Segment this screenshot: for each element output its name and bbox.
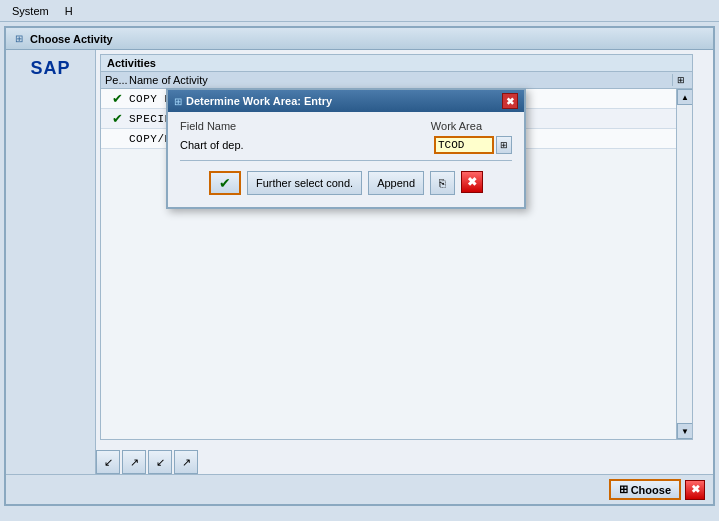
scroll-down-btn[interactable]: ▼ xyxy=(677,423,692,439)
further-select-label: Further select cond. xyxy=(256,177,353,189)
status-empty-icon: ✔ xyxy=(105,131,129,146)
choose-icon: ⊞ xyxy=(619,483,628,496)
col-header-name: Name of Activity xyxy=(129,74,672,86)
toolbar-btn-4[interactable]: ↗ xyxy=(174,450,198,474)
icon-row: ↙ ↗ ↙ ↗ xyxy=(96,450,693,474)
window-title-text: Choose Activity xyxy=(30,33,113,45)
activities-header: Activities xyxy=(101,55,692,72)
toolbar-btn-2[interactable]: ↗ xyxy=(122,450,146,474)
menu-system[interactable]: System xyxy=(4,3,57,19)
dialog-overlay: ⊞ Determine Work Area: Entry ✖ Field Nam… xyxy=(166,88,526,209)
col-header-work-area: Work Area xyxy=(431,120,482,132)
choose-button[interactable]: ⊞ Choose xyxy=(609,479,681,500)
dialog-append-button[interactable]: Append xyxy=(368,171,424,195)
status-check-icon: ✔ xyxy=(105,111,129,126)
col-header-status: Pe... xyxy=(105,74,129,86)
dialog-content: Field Name Work Area Chart of dep. ⊞ ✔ F… xyxy=(168,112,524,207)
dialog-title-bar: ⊞ Determine Work Area: Entry ✖ xyxy=(168,90,524,112)
choose-bar: ⊞ Choose ✖ xyxy=(6,474,713,504)
dialog-title-text: Determine Work Area: Entry xyxy=(186,95,332,107)
dialog-confirm-button[interactable]: ✔ xyxy=(209,171,241,195)
toolbar-btn-3[interactable]: ↙ xyxy=(148,450,172,474)
menu-bar: System H xyxy=(0,0,719,22)
copy-icon: ⎘ xyxy=(439,177,446,189)
col-header-field-name: Field Name xyxy=(180,120,236,132)
dialog-separator xyxy=(180,160,512,161)
status-check-icon: ✔ xyxy=(105,91,129,106)
dialog-close-button[interactable]: ✖ xyxy=(502,93,518,109)
append-label: Append xyxy=(377,177,415,189)
cancel-icon: ✖ xyxy=(467,175,477,189)
window-title-icon: ⊞ xyxy=(12,32,26,46)
scroll-up-btn[interactable]: ▲ xyxy=(677,89,692,105)
toolbar-btn-1[interactable]: ↙ xyxy=(96,450,120,474)
confirm-check-icon: ✔ xyxy=(219,175,231,191)
dialog-column-headers: Field Name Work Area xyxy=(180,120,512,132)
main-window: ⊞ Choose Activity SAP Activities Pe... N… xyxy=(4,26,715,506)
sap-logo: SAP xyxy=(30,58,70,79)
dialog-input-browse-btn[interactable]: ⊞ xyxy=(496,136,512,154)
dialog-field-row: Chart of dep. ⊞ xyxy=(180,136,512,154)
sap-logo-area: SAP xyxy=(6,50,96,504)
close-icon: ✖ xyxy=(691,483,700,496)
choose-label: Choose xyxy=(631,484,671,496)
dialog-work-area-input[interactable] xyxy=(434,136,494,154)
scroll-track xyxy=(677,105,692,423)
close-button[interactable]: ✖ xyxy=(685,480,705,500)
dialog-title-icon: ⊞ xyxy=(174,96,182,107)
dialog-button-row: ✔ Further select cond. Append ⎘ ✖ xyxy=(180,167,512,199)
dialog-input-wrapper: ⊞ xyxy=(434,136,512,154)
table-header: Pe... Name of Activity ⊞ xyxy=(101,72,692,89)
window-title-bar: ⊞ Choose Activity xyxy=(6,28,713,50)
dialog-further-select-button[interactable]: Further select cond. xyxy=(247,171,362,195)
menu-h[interactable]: H xyxy=(57,3,81,19)
dialog-field-label: Chart of dep. xyxy=(180,139,434,151)
scrollbar[interactable]: ▲ ▼ xyxy=(676,89,692,439)
dialog-copy-button[interactable]: ⎘ xyxy=(430,171,455,195)
table-corner-icon: ⊞ xyxy=(672,74,688,86)
dialog-cancel-button[interactable]: ✖ xyxy=(461,171,483,193)
